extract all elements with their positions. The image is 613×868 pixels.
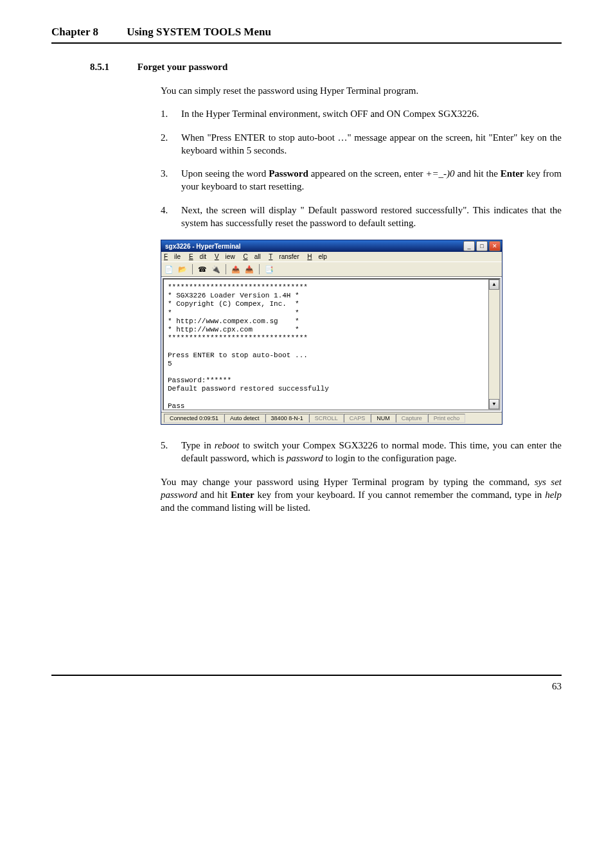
text-italic: +=_-)0: [425, 168, 454, 179]
receive-icon[interactable]: 📥: [244, 264, 254, 274]
step-5: 5. Type in reboot to switch your Compex …: [161, 439, 562, 465]
chapter-label: Chapter 8: [51, 26, 98, 39]
text-italic: reboot: [215, 440, 240, 450]
text-span: Type in: [181, 440, 215, 450]
status-connected: Connected 0:09:51: [164, 414, 224, 423]
titlebar-buttons: _ □ ✕: [463, 241, 501, 251]
text-bold: Enter: [231, 490, 254, 500]
terminal-title: sgx3226 - HyperTerminal: [165, 243, 463, 250]
terminal-statusbar: Connected 0:09:51 Auto detect 38400 8-N-…: [161, 412, 502, 424]
chapter-title: Using SYSTEM TOOLS Menu: [127, 26, 271, 38]
chapter-header: Chapter 8 Using SYSTEM TOOLS Menu: [51, 26, 562, 44]
step-4: 4. Next, the screen will display " Defau…: [161, 204, 562, 230]
text-span: and hit: [197, 490, 231, 500]
text-span: Upon seeing the word: [181, 168, 269, 179]
disconnect-icon[interactable]: 🔌: [211, 264, 221, 274]
text-bold: Enter: [501, 168, 524, 179]
menu-edit[interactable]: Edit: [189, 253, 206, 260]
step-3: 3. Upon seeing the word Password appeare…: [161, 167, 562, 193]
terminal-titlebar: sgx3226 - HyperTerminal _ □ ✕: [161, 240, 502, 252]
toolbar-separator: [226, 264, 226, 274]
new-icon[interactable]: 📄: [164, 264, 174, 274]
terminal-menubar: File Edit View Call Transfer Help: [161, 252, 502, 261]
step-number: 3.: [161, 167, 181, 193]
step-number: 2.: [161, 131, 181, 157]
step-number: 5.: [161, 439, 181, 465]
steps-list-lower: 5. Type in reboot to switch your Compex …: [161, 439, 562, 465]
section-heading: 8.5.1 Forget your password: [90, 62, 562, 73]
status-num: NUM: [371, 414, 396, 423]
step-2: 2. When "Press ENTER to stop auto-boot ……: [161, 131, 562, 157]
connect-icon[interactable]: ☎: [197, 264, 208, 274]
properties-icon[interactable]: 📑: [264, 264, 274, 274]
section-title: Forget your password: [138, 62, 228, 72]
status-baud: 38400 8-N-1: [265, 414, 309, 423]
text-span: key from your keyboard. If you cannot re…: [254, 490, 546, 500]
step-number: 4.: [161, 204, 181, 230]
step-1: 1. In the Hyper Terminal environment, sw…: [161, 107, 562, 120]
send-icon[interactable]: 📤: [231, 264, 241, 274]
menu-help[interactable]: Help: [307, 253, 327, 260]
terminal-window: sgx3226 - HyperTerminal _ □ ✕ File Edit …: [161, 240, 502, 425]
maximize-button[interactable]: □: [476, 241, 488, 251]
status-caps: CAPS: [344, 414, 371, 423]
step-text: In the Hyper Terminal environment, switc…: [181, 107, 562, 120]
toolbar-separator: [259, 264, 260, 274]
page-number: 63: [51, 681, 562, 692]
scroll-up-icon[interactable]: ▲: [489, 279, 499, 290]
section-number: 8.5.1: [90, 62, 135, 73]
close-button[interactable]: ✕: [489, 241, 501, 251]
menu-view[interactable]: View: [215, 253, 235, 260]
status-detect: Auto detect: [224, 414, 265, 423]
text-span: and the command listing will be listed.: [161, 502, 310, 513]
terminal-output: ********************************* * SGX3…: [168, 283, 329, 411]
text-bold: Password: [269, 168, 308, 179]
status-print: Print echo: [428, 414, 466, 423]
text-span: You may change your password using Hyper…: [161, 477, 535, 487]
text-span: to login to the configuration page.: [323, 453, 457, 463]
footer-rule: [51, 675, 562, 676]
step-number: 1.: [161, 107, 181, 120]
steps-list-upper: 1. In the Hyper Terminal environment, sw…: [161, 107, 562, 229]
status-scroll: SCROLL: [309, 414, 344, 423]
step-text: When "Press ENTER to stop auto-boot …" m…: [181, 131, 562, 157]
scroll-down-icon[interactable]: ▼: [489, 399, 499, 409]
open-icon[interactable]: 📂: [177, 264, 188, 274]
menu-transfer[interactable]: Transfer: [269, 253, 299, 260]
text-italic: help: [545, 490, 562, 500]
text-italic: password: [287, 453, 323, 463]
terminal-scrollbar[interactable]: ▲ ▼: [488, 279, 499, 409]
step-text: Upon seeing the word Password appeared o…: [181, 167, 562, 193]
text-span: and hit the: [455, 168, 501, 179]
status-capture: Capture: [396, 414, 428, 423]
terminal-content[interactable]: ********************************* * SGX3…: [163, 278, 501, 411]
menu-call[interactable]: Call: [243, 253, 260, 260]
closing-paragraph: You may change your password using Hyper…: [161, 475, 562, 515]
step-text: Next, the screen will display " Default …: [181, 204, 562, 230]
toolbar-separator: [192, 264, 193, 274]
intro-paragraph: You can simply reset the password using …: [161, 84, 562, 97]
minimize-button[interactable]: _: [463, 241, 475, 251]
text-span: appeared on the screen, enter: [308, 168, 426, 179]
menu-file[interactable]: File: [164, 253, 181, 260]
terminal-toolbar: 📄 📂 ☎ 🔌 📤 📥 📑: [161, 261, 502, 277]
step-text: Type in reboot to switch your Compex SGX…: [181, 439, 562, 465]
